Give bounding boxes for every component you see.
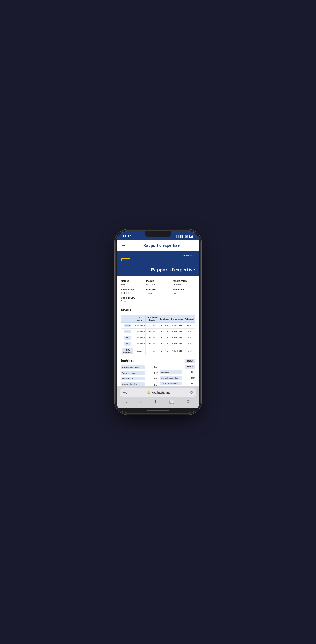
couleur-ext-value: Blanc [121,300,127,302]
item-value: Bon [183,382,195,385]
report-header: ⌐⌐ véhicule [117,251,199,267]
tire-condition: bon état [159,347,170,355]
tire-profondeur: 3mmm [146,347,159,355]
marque-item: Marque Fiat [121,280,145,286]
interieur-item: Intérieur Tissu [146,288,170,295]
tire-condition: bon état [159,329,170,335]
tire-profondeur: 3mmm [146,341,159,347]
list-item: Fuites d'eauBon [121,376,158,382]
tires-col-condition: Condition [159,315,170,323]
interior-section: Intérieur Statut Présence d'odeursBonTap… [121,359,195,386]
url-bar[interactable]: AA 🔒 app.hasta.ma ↺ [120,388,196,396]
logo-area: ⌐⌐ [121,254,130,263]
tabs-button[interactable]: ⧉ [185,398,192,405]
info-grid: Marque Fiat Modèle Fullback Transmission… [121,280,195,295]
table-row: AvD aluminium 3mmm bon état 205/80R16 Pi… [121,323,195,329]
table-row: AvG aluminium 3mmm bon état 205/80R16 Pi… [121,329,195,335]
tire-condition: bon état [159,323,170,329]
scrollbar-track [199,251,199,267]
tire-label-cell: ArD [121,335,134,341]
marque-label: Marque [121,280,145,282]
tire-fabricant: Pirelli [184,347,195,355]
kilometrage-item: Kilométrage 144634 [121,288,145,295]
phone-frame: 11:14 ▐▐▐▐ 📶 97 ← Rapport d'expertise ⌐⌐… [116,231,200,413]
aa-button[interactable]: AA [123,391,127,394]
page-title: Rapport d'expertise [128,243,195,248]
item-value: Bon [183,371,195,374]
tire-label-cell: ArG [121,341,134,347]
couleur-ext-label: Couleur Ext. [121,296,195,299]
item-value: Bon [146,377,158,380]
signal-icon: ▐▐▐▐ [175,235,183,238]
back-nav-button[interactable]: ‹ [124,398,130,405]
item-label: Essuie-glace/lave-glace [121,382,145,386]
table-row: ArD aluminium 3mmm bon état 205/80R16 Pi… [121,335,195,341]
interieur-label: Intérieur [146,288,170,291]
interior-statut-header: Statut [185,359,195,363]
nav-bar: ← Rapport d'expertise [117,240,199,251]
tire-label-cell: Pneu secours [121,347,134,355]
forward-nav-button[interactable]: › [138,398,143,405]
interior-header: Intérieur Statut [121,359,195,363]
url-text: 🔒 app.hasta.ma [127,391,190,394]
wifi-icon: 📶 [184,235,188,238]
list-item: FenêtresBon [158,370,195,375]
tires-col-fabricant: Fabricant [184,315,195,323]
tires-col-profondeur: Profondeur bande [146,315,159,323]
tires-col-dimensions: Dimensions [170,315,184,323]
tire-dimensions: 205/80R16 [170,323,184,329]
tires-col-type: Type jante [134,315,146,323]
status-time: 11:14 [123,234,132,238]
interior-col-left: Présence d'odeursBonTapis présentsBonFui… [121,364,158,386]
back-button[interactable]: ← [121,243,126,248]
interior-col-right: Statut FenêtresBonVerrouillage portesBon… [158,364,195,386]
interior-grid: Présence d'odeursBonTapis présentsBonFui… [121,364,195,386]
tire-label-cell: AvD [121,323,134,329]
tire-fabricant: Pirelli [184,341,195,347]
item-value: Bon [146,384,158,386]
item-label: Verrouillage portes [160,376,182,380]
home-bar [147,410,169,411]
transmission-value: Manuelle [171,283,181,286]
report-title: Rapport d'expertise [117,267,199,276]
tires-col-empty [121,315,134,323]
tire-type: aluminium [134,335,146,341]
tire-fabricant: Pirelli [184,323,195,329]
tire-dimensions: 205/80R16 [170,341,184,347]
tire-condition: bon état [159,335,170,341]
status-icons: ▐▐▐▐ 📶 97 [175,235,193,238]
couleur-int-label: Couleur Int. [171,288,195,291]
modele-item: Modèle Fullback [146,280,170,286]
bookmarks-button[interactable]: 📖 [167,398,177,405]
battery-icon: 97 [189,235,193,238]
table-row: Pneu secours acier 3mmm bon état 205/80R… [121,347,195,355]
lock-icon: 🔒 [147,391,151,394]
tire-profondeur: 3mmm [146,329,159,335]
tire-label-cell: AvG [121,329,134,335]
couleur-int-value: Gris [171,292,176,294]
notch [145,232,171,238]
logo-icon: ⌐⌐ [121,254,130,263]
item-label: Ceintures sécurité [160,382,182,385]
refresh-button[interactable]: ↺ [190,390,193,395]
interieur-value: Tissu [146,292,152,294]
scroll-area[interactable]: ⌐⌐ véhicule Rapport d'expertise Marque F… [117,251,199,386]
list-item: Ceintures sécuritéBon [158,381,195,386]
tire-dimensions: 205/80R16 [170,347,184,355]
modele-value: Fullback [146,283,155,286]
tires-table: Type jante Profondeur bande Condition Di… [121,315,195,355]
tire-fabricant: Pirelli [184,329,195,335]
item-label: Tapis présents [121,371,145,375]
vehicule-label: véhicule [183,254,193,257]
table-row: ArG aluminium 3mmm bon état 205/80R16 Pi… [121,341,195,347]
browser-nav: ‹ › ⬆ 📖 ⧉ [120,396,196,406]
couleur-int-item: Couleur Int. Gris [171,288,195,295]
item-value: Bon [146,372,158,374]
transmission-item: Transmission Manuelle [171,280,195,286]
tire-profondeur: 3mmm [146,323,159,329]
tire-condition: bon état [159,341,170,347]
kilometrage-value: 144634 [121,292,129,294]
share-button[interactable]: ⬆ [151,398,159,405]
tire-type: acier [134,347,146,355]
tire-profondeur: 3mmm [146,335,159,341]
